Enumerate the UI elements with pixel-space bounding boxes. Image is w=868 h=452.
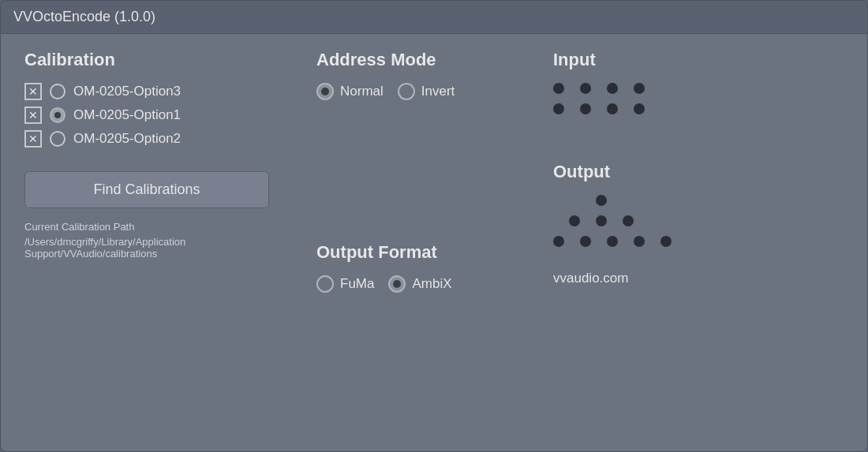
- output-section: Output: [553, 162, 672, 247]
- title-bar: VVOctoEncode (1.0.0): [1, 1, 867, 34]
- output-dot: [553, 236, 564, 247]
- calibration-section: Calibration ✕ OM-0205-Option3 ✕ OM-0205-…: [24, 50, 316, 435]
- calibration-item-option2: ✕ OM-0205-Option2: [24, 130, 316, 148]
- calibration-item-label-option2: OM-0205-Option2: [73, 131, 181, 147]
- output-dot: [596, 215, 607, 226]
- middle-column: Address Mode Normal Invert Output For: [316, 50, 537, 435]
- output-fuma-option[interactable]: FuMa: [316, 275, 374, 293]
- output-dot: [596, 195, 607, 206]
- input-dot: [553, 83, 564, 94]
- calibration-item-label-option1: OM-0205-Option1: [73, 107, 181, 123]
- main-content: Calibration ✕ OM-0205-Option3 ✕ OM-0205-…: [1, 34, 867, 451]
- address-invert-option[interactable]: Invert: [398, 83, 455, 100]
- input-dot: [580, 103, 591, 114]
- window-title: VVOctoEncode (1.0.0): [13, 9, 155, 25]
- input-dot: [607, 103, 618, 114]
- output-dots-grid: [553, 195, 672, 247]
- radio-invert[interactable]: [398, 83, 415, 100]
- input-dot: [580, 83, 591, 94]
- input-dot: [553, 103, 564, 114]
- input-dot: [634, 103, 645, 114]
- find-calibrations-button[interactable]: Find Calibrations: [24, 171, 269, 208]
- output-dot: [580, 236, 591, 247]
- output-dot: [607, 236, 618, 247]
- output-dot: [623, 215, 634, 226]
- calibration-list: ✕ OM-0205-Option3 ✕ OM-0205-Option1 ✕ OM…: [24, 83, 316, 148]
- output-row-3: [553, 236, 672, 247]
- address-mode-section: Address Mode Normal Invert: [316, 50, 537, 100]
- radio-option3[interactable]: [50, 84, 65, 99]
- output-fuma-label: FuMa: [340, 276, 374, 292]
- output-ambix-label: AmbiX: [412, 276, 451, 292]
- radio-fuma[interactable]: [316, 275, 334, 293]
- output-row-1: [596, 195, 672, 206]
- radio-normal[interactable]: [316, 83, 334, 100]
- address-normal-option[interactable]: Normal: [316, 83, 383, 100]
- address-invert-label: Invert: [421, 84, 455, 99]
- output-row-2: [569, 215, 672, 226]
- radio-option2[interactable]: [50, 131, 65, 147]
- calibration-item-option3: ✕ OM-0205-Option3: [24, 83, 316, 100]
- input-dots-grid: [553, 83, 645, 114]
- calibration-item-label-option3: OM-0205-Option3: [73, 84, 181, 99]
- output-format-section: Output Format FuMa AmbiX: [316, 242, 537, 293]
- input-row-2: [553, 103, 645, 114]
- radio-ambix[interactable]: [388, 275, 406, 293]
- address-normal-label: Normal: [340, 84, 383, 99]
- radio-option1[interactable]: [50, 107, 65, 123]
- output-format-label: Output Format: [316, 242, 537, 263]
- input-dot: [607, 83, 618, 94]
- output-format-options: FuMa AmbiX: [316, 275, 537, 293]
- input-row-1: [553, 83, 645, 94]
- calibration-label: Calibration: [24, 50, 316, 70]
- output-dot: [569, 215, 580, 226]
- input-section: Input: [553, 50, 645, 114]
- output-label: Output: [553, 162, 672, 182]
- branding-link[interactable]: vvaudio.com: [553, 271, 628, 286]
- calibration-item-option1: ✕ OM-0205-Option1: [24, 106, 316, 124]
- calibration-path-value: /Users/dmcgriffy/Library/Application Sup…: [24, 236, 316, 260]
- input-label: Input: [553, 50, 645, 70]
- checkbox-option3[interactable]: ✕: [24, 83, 42, 100]
- output-dot: [634, 236, 645, 247]
- address-mode-label: Address Mode: [316, 50, 537, 70]
- app-window: VVOctoEncode (1.0.0) Calibration ✕ OM-02…: [0, 0, 868, 452]
- checkbox-option2[interactable]: ✕: [24, 130, 42, 148]
- output-dot: [660, 236, 672, 247]
- output-ambix-option[interactable]: AmbiX: [388, 275, 451, 293]
- right-column: Input Outpu: [537, 50, 844, 435]
- address-mode-options: Normal Invert: [316, 83, 537, 100]
- input-dot: [634, 83, 645, 94]
- calibration-path-label: Current Calibration Path: [24, 221, 316, 233]
- checkbox-option1[interactable]: ✕: [24, 106, 42, 124]
